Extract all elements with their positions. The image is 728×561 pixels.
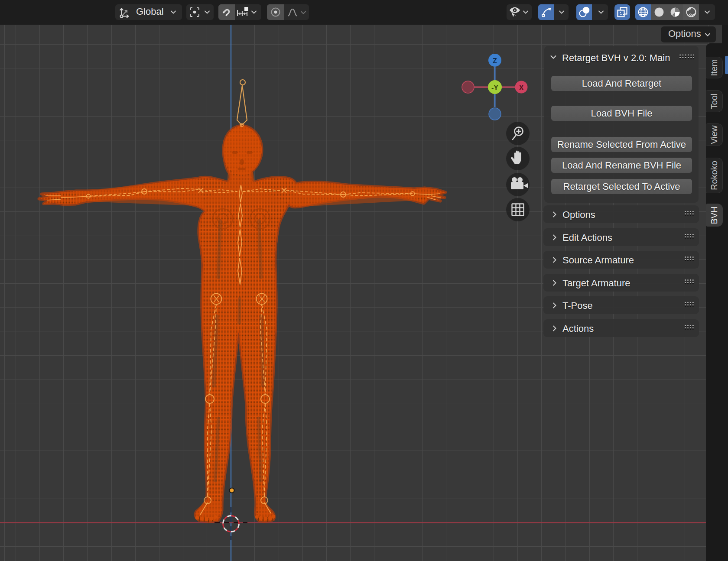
svg-text:Z: Z	[493, 57, 497, 65]
svg-text:X: X	[519, 84, 524, 91]
svg-text:-Y: -Y	[491, 84, 498, 91]
